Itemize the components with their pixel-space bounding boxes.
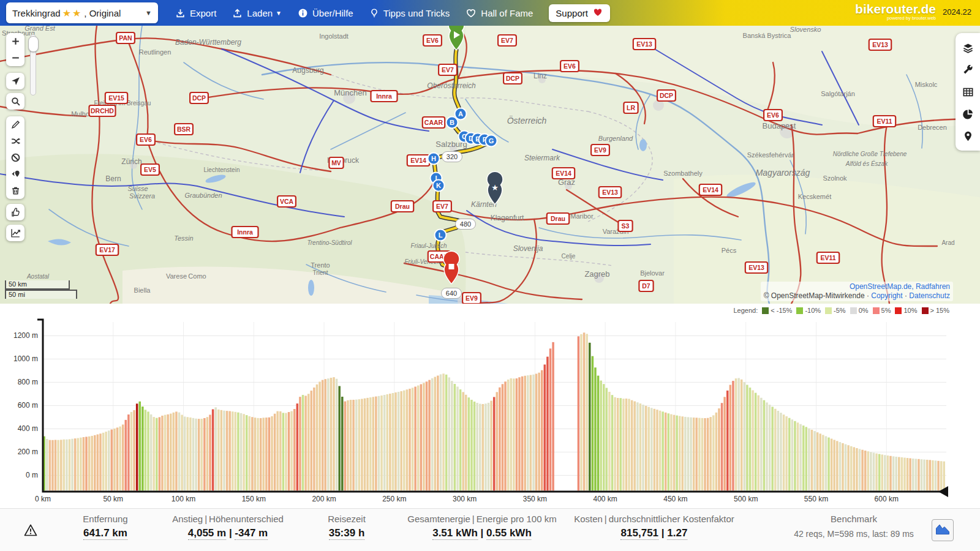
map-place-label: Kecskemét <box>798 193 831 200</box>
svg-text:480: 480 <box>460 220 471 228</box>
svg-text:DCP: DCP <box>660 92 673 99</box>
x-axis-tick-label: 450 km <box>663 495 687 503</box>
stat-value: 3.51 kWh | 0.55 kWh <box>407 527 556 539</box>
route-shield-badge: EV11 <box>873 116 895 127</box>
stat-label: Kosten | durchschnittlicher Kostenfaktor <box>574 514 734 524</box>
waypoint-marker-g[interactable]: G <box>486 135 497 147</box>
download-icon <box>175 8 186 18</box>
route-shield-badge: EV11 <box>817 252 839 263</box>
svg-text:EV13: EV13 <box>872 41 888 48</box>
delete-button[interactable] <box>6 182 24 199</box>
svg-text:A: A <box>458 110 463 118</box>
zoom-slider[interactable] <box>30 34 36 96</box>
svg-text:EV13: EV13 <box>636 40 652 48</box>
svg-text:EV7: EV7 <box>501 37 513 44</box>
legend-title: Legend: <box>733 307 758 314</box>
zoom-slider-thumb[interactable] <box>28 36 39 52</box>
locate-icon <box>10 76 21 86</box>
svg-text:CAAR: CAAR <box>424 119 443 126</box>
route-shield-badge: EV13 <box>599 187 621 198</box>
svg-text:EV5: EV5 <box>144 166 156 173</box>
elevation-button[interactable] <box>6 225 24 241</box>
plus-icon <box>10 36 21 47</box>
profile-selector[interactable]: Trekkingrad ★★ , Original ▼ <box>6 2 158 23</box>
waypoint-marker-k[interactable]: K <box>433 180 445 192</box>
svg-text:EV15: EV15 <box>108 94 124 102</box>
svg-text:EV6: EV6 <box>767 111 779 119</box>
attribution-style-link[interactable]: OpenStreetMap.de, Radfahren <box>850 282 950 291</box>
svg-text:EV7: EV7 <box>442 66 454 73</box>
map-svg[interactable]: Grand EstStrasbourgBaden-WürttembergReut… <box>0 26 980 304</box>
route-shield-badge: EV13 <box>633 39 655 50</box>
poi-button[interactable] <box>6 166 24 182</box>
table-button[interactable] <box>959 83 976 100</box>
gradient-legend: Legend: < -15%-10%-5%0%5%10%> 15% <box>733 307 949 314</box>
heart-icon <box>592 7 603 19</box>
route-shield-badge: EV9 <box>591 144 609 156</box>
tips-button[interactable]: Tipps und Tricks <box>369 8 450 18</box>
map-attribution: OpenStreetMap.de, Radfahren © OpenStreet… <box>761 282 953 301</box>
hall-of-fame-button[interactable]: Hall of Fame <box>466 8 533 18</box>
elevation-pill: 640 <box>442 288 462 299</box>
svg-text:DCP: DCP <box>506 75 519 82</box>
warning-icon[interactable] <box>23 523 38 539</box>
search-button[interactable] <box>6 93 24 110</box>
nogo-button[interactable] <box>6 149 24 166</box>
waypoint-marker-l[interactable]: L <box>435 230 447 241</box>
map-canvas[interactable]: Grand EstStrasbourgBaden-WürttembergReut… <box>0 26 980 304</box>
brand-logo[interactable]: bikerouter.de powered by brouter.web <box>855 2 936 21</box>
map-place-label: Friaul-Julisch <box>411 242 447 249</box>
privacy-link[interactable]: Datenschutz <box>909 291 950 300</box>
x-axis-tick-label: 150 km <box>242 495 266 503</box>
elevation-chart[interactable]: 0 km50 km100 km150 km200 km250 km300 km3… <box>0 304 980 508</box>
zoom-in-button[interactable] <box>6 33 24 50</box>
draw-route-button[interactable] <box>6 116 24 133</box>
x-axis-tick-label: 400 km <box>594 495 617 503</box>
route-shield-badge: VCA <box>277 196 296 207</box>
waypoint-marker-b[interactable]: B <box>447 117 458 129</box>
pin-icon <box>962 130 974 142</box>
x-axis-tick-label: 300 km <box>453 495 477 503</box>
copyright-link[interactable]: Copyright <box>871 291 902 300</box>
poi-icon <box>10 169 21 179</box>
load-button[interactable]: Laden ▼ <box>232 8 282 18</box>
map-place-label: Augsburg <box>292 66 323 75</box>
svg-text:PAN: PAN <box>119 34 132 42</box>
table-icon <box>962 86 974 98</box>
chevron-down-icon: ▼ <box>276 10 282 17</box>
map-place-label: Linz <box>533 72 547 80</box>
map-tool-group <box>6 33 24 66</box>
layers-button[interactable] <box>959 39 976 56</box>
svg-text:EV11: EV11 <box>876 118 892 125</box>
reroute-button[interactable] <box>6 133 24 149</box>
about-help-button[interactable]: Über/Hilfe <box>298 8 353 18</box>
export-button[interactable]: Export <box>175 8 216 18</box>
map-place-label: Österreich <box>507 115 547 126</box>
zoom-out-button[interactable] <box>6 50 24 66</box>
route-shield-badge: EV6 <box>423 35 442 46</box>
map-tool-group <box>6 225 24 241</box>
route-shield-badge: Innra <box>232 227 258 238</box>
svg-text:320: 320 <box>447 153 458 160</box>
map-place-label: Burgenland <box>598 135 633 142</box>
minus-icon <box>10 53 21 63</box>
svg-text:EV14: EV14 <box>410 157 426 164</box>
svg-text:Drau: Drau <box>395 203 410 210</box>
stat-label: Gesamtenergie | Energie pro 100 km <box>407 514 556 524</box>
feedback-button[interactable] <box>6 204 24 220</box>
support-button[interactable]: Support <box>549 4 610 22</box>
toggle-elevation-chart-button[interactable] <box>932 519 954 541</box>
route-shield-badge: EV9 <box>462 293 481 304</box>
settings-button[interactable] <box>959 61 976 78</box>
legend-entry: -5% <box>825 307 846 314</box>
poi-layer-button[interactable] <box>959 127 976 144</box>
stats-button[interactable] <box>959 105 976 122</box>
route-shield-badge: EV6 <box>764 110 782 121</box>
legend-entry: -10% <box>796 307 821 314</box>
elevation-profile-panel[interactable]: Legend: < -15%-10%-5%0%5%10%> 15% 0 km50… <box>0 304 980 508</box>
y-axis-tick-label: 1000 m <box>13 354 38 363</box>
profile-name: Trekkingrad <box>12 8 61 18</box>
svg-text:Innra: Innra <box>237 228 253 236</box>
locate-button[interactable] <box>6 73 24 89</box>
waypoint-marker-h[interactable]: H <box>428 153 440 165</box>
